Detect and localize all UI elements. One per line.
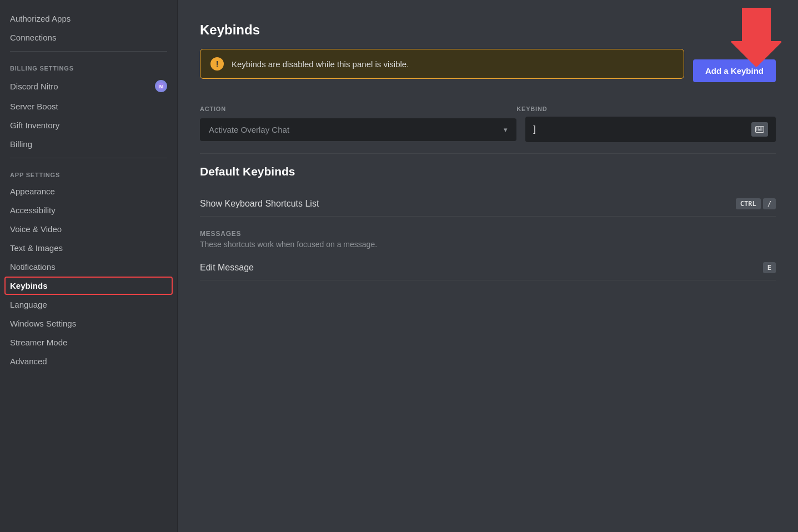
chevron-down-icon: ▾ (504, 126, 508, 134)
sidebar-item-streamer-mode[interactable]: Streamer Mode (4, 333, 173, 352)
action-select-value: Activate Overlay Chat (209, 125, 289, 134)
svg-rect-5 (758, 128, 759, 129)
sidebar-divider-app (10, 158, 167, 158)
sidebar-item-language[interactable]: Language (4, 295, 173, 314)
sidebar-item-server-boost[interactable]: Server Boost (4, 97, 173, 116)
billing-section-label: BILLING SETTINGS (4, 56, 173, 75)
messages-section-label: MESSAGES (200, 230, 776, 238)
sidebar-item-windows-settings[interactable]: Windows Settings (4, 314, 173, 333)
banner-row: ! Keybinds are disabled while this panel… (200, 49, 776, 92)
svg-rect-10 (761, 129, 762, 131)
keybind-entry-row: Activate Overlay Chat ▾ ] (200, 117, 776, 142)
svg-rect-7 (761, 128, 762, 129)
nitro-icon: N (155, 80, 167, 92)
main-content: Keybinds ! Keybinds are disabled while t… (178, 0, 798, 532)
warning-banner: ! Keybinds are disabled while this panel… (200, 49, 684, 79)
default-keybind-edit-message: Edit Message E (200, 255, 776, 280)
keybind-input-row: ] (525, 117, 776, 142)
warning-text: Keybinds are disabled while this panel i… (232, 59, 409, 69)
keybind-value: ] (533, 124, 535, 134)
sidebar-item-appearance[interactable]: Appearance (4, 182, 173, 200)
sidebar-item-notifications[interactable]: Notifications (4, 258, 173, 276)
sidebar-item-accessibility[interactable]: Accessibility (4, 201, 173, 219)
svg-marker-2 (731, 8, 781, 67)
kbd-e: E (763, 262, 776, 273)
arrow-annotation (731, 6, 781, 67)
sidebar-item-keybinds[interactable]: Keybinds (4, 277, 173, 295)
sidebar-item-text-images[interactable]: Text & Images (4, 239, 173, 257)
messages-section-desc: These shortcuts work when focused on a m… (200, 240, 776, 249)
default-keybinds-title: Default Keybinds (200, 165, 776, 178)
keybind-section-divider (200, 153, 776, 154)
sidebar-item-billing[interactable]: Billing (4, 135, 173, 153)
action-col-label: ACTION (200, 106, 516, 112)
svg-text:N: N (159, 84, 163, 89)
keyboard-icon-button[interactable] (751, 122, 768, 137)
sidebar-item-authorized-apps[interactable]: Authorized Apps (4, 9, 173, 28)
shortcuts-list-keys: CTRL / (736, 198, 776, 209)
keybind-col-label: KEYBIND (516, 106, 776, 112)
sidebar-item-gift-inventory[interactable]: Gift Inventory (4, 116, 173, 134)
sidebar-item-connections[interactable]: Connections (4, 28, 173, 47)
sidebar-divider-billing (10, 51, 167, 52)
edit-message-label: Edit Message (200, 263, 254, 273)
page-title: Keybinds (200, 22, 776, 38)
shortcuts-list-label: Show Keyboard Shortcuts List (200, 199, 319, 209)
sidebar-item-discord-nitro[interactable]: Discord Nitro N (4, 76, 173, 97)
default-keybind-shortcuts: Show Keyboard Shortcuts List CTRL / (200, 192, 776, 217)
warning-icon: ! (210, 57, 224, 71)
svg-rect-8 (756, 129, 757, 131)
keybind-column-labels: ACTION KEYBIND (200, 106, 776, 112)
sidebar-item-advanced[interactable]: Advanced (4, 352, 173, 370)
svg-rect-6 (760, 128, 761, 129)
action-select[interactable]: Activate Overlay Chat ▾ (200, 118, 516, 141)
edit-message-keys: E (763, 262, 776, 273)
kbd-slash: / (763, 198, 776, 209)
kbd-ctrl: CTRL (736, 198, 761, 209)
app-section-label: APP SETTINGS (4, 163, 173, 182)
svg-rect-9 (758, 129, 761, 131)
sidebar-item-voice-video[interactable]: Voice & Video (4, 220, 173, 238)
svg-rect-4 (756, 128, 757, 129)
sidebar: Authorized Apps Connections BILLING SETT… (0, 0, 178, 532)
